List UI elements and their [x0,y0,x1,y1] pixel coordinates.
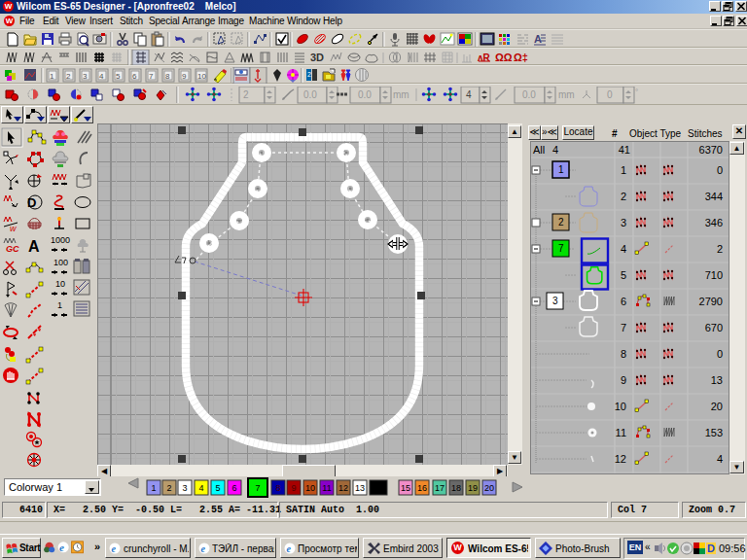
svg-text:3: 3 [621,217,626,228]
svg-text:7: 7 [255,483,260,493]
svg-text:16: 16 [417,483,427,493]
svg-text:3: 3 [182,483,187,493]
svg-text:0: 0 [717,164,723,176]
svg-text:e: e [287,543,292,554]
svg-text:0.0: 0.0 [358,89,372,100]
svg-text:7: 7 [149,72,154,81]
svg-text:8: 8 [275,483,280,493]
svg-text:9: 9 [621,374,626,386]
svg-text:344: 344 [705,191,723,202]
svg-text:D: D [707,542,715,554]
svg-text:6: 6 [132,72,137,81]
svg-text:100: 100 [53,258,68,267]
svg-text:6370: 6370 [699,144,723,156]
svg-text:5: 5 [621,269,626,281]
svg-text:1: 1 [621,164,626,176]
svg-text:All: All [533,144,545,156]
svg-text:710: 710 [705,269,723,281]
svg-text:e: e [201,543,206,554]
svg-text:20: 20 [484,483,494,493]
svg-text:e: e [112,543,117,554]
svg-text:10: 10 [615,401,626,412]
svg-text:4: 4 [99,72,104,81]
svg-text:GC: GC [6,244,19,254]
svg-text:1: 1 [57,300,62,310]
svg-text:1000: 1000 [51,235,70,245]
svg-text:A: A [534,33,542,45]
svg-text:2: 2 [621,191,626,202]
svg-text:2: 2 [717,243,723,255]
svg-text:9: 9 [291,483,296,493]
svg-text:3: 3 [552,296,558,306]
svg-text:3D: 3D [310,52,324,63]
svg-text:346: 346 [705,217,723,228]
svg-text:11: 11 [616,427,626,438]
svg-text:1: 1 [50,72,54,81]
svg-text:e: e [59,542,64,553]
svg-text:4: 4 [466,89,472,100]
svg-text:Ω‡: Ω‡ [514,52,528,63]
svg-text:13: 13 [711,374,723,386]
svg-text:2: 2 [243,89,249,100]
svg-text:13: 13 [355,483,365,493]
svg-text:4: 4 [717,453,723,465]
svg-text:4: 4 [198,483,203,493]
svg-text:12: 12 [615,453,626,465]
svg-text:17: 17 [435,483,445,493]
svg-text:4: 4 [621,243,626,255]
svg-text:153: 153 [705,427,723,438]
svg-text:7: 7 [558,243,564,254]
svg-text:5: 5 [215,483,220,493]
svg-text:2: 2 [66,72,71,81]
svg-text:19: 19 [468,483,478,493]
svg-text:10: 10 [55,279,65,289]
svg-text:ΩΩ: ΩΩ [495,52,513,63]
svg-text:A: A [28,238,40,255]
svg-text:w: w [10,224,17,233]
svg-text:1: 1 [558,164,564,175]
svg-text:0.0: 0.0 [303,89,317,100]
svg-text:4: 4 [552,144,558,156]
svg-text:3: 3 [83,72,88,81]
svg-text:mm: mm [558,89,575,100]
svg-text:5: 5 [116,72,121,81]
svg-text:8: 8 [621,348,626,360]
svg-text:670: 670 [705,322,723,333]
svg-text:9: 9 [182,72,187,81]
svg-text:11: 11 [322,483,331,493]
svg-text:7: 7 [621,322,626,333]
svg-text:15: 15 [401,483,410,493]
svg-text:6: 6 [621,296,626,307]
svg-text:8: 8 [165,72,170,81]
svg-text:2: 2 [166,483,171,493]
svg-text:0.0: 0.0 [522,89,536,100]
svg-text:1: 1 [151,483,156,493]
svg-text:20: 20 [711,401,723,412]
svg-text:°: ° [635,88,638,96]
svg-text:6: 6 [231,483,236,493]
svg-text:12: 12 [338,483,348,493]
svg-text:2: 2 [307,71,311,78]
svg-text:2: 2 [558,217,564,228]
svg-text:0: 0 [607,89,613,100]
svg-text:mm: mm [393,89,409,100]
svg-text:41: 41 [619,144,630,156]
svg-text:2790: 2790 [699,296,723,307]
svg-text:10: 10 [197,72,206,81]
svg-text:0: 0 [717,348,723,360]
svg-text:10: 10 [305,483,315,493]
svg-text:18: 18 [451,483,461,493]
